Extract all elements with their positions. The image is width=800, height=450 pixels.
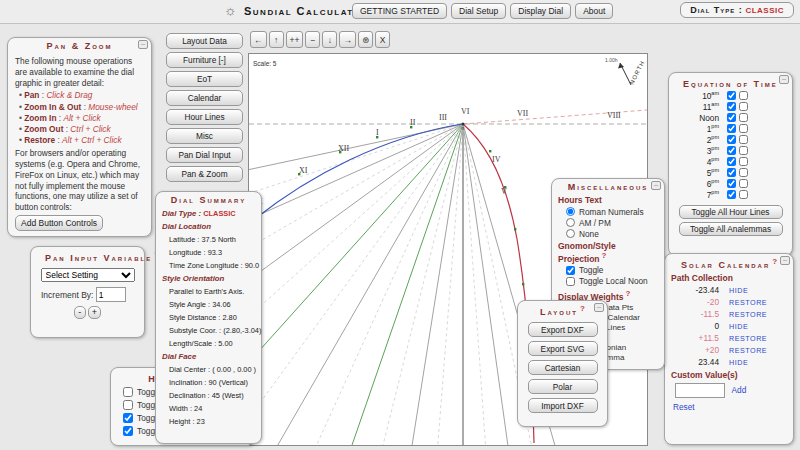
eot-row: 6pm: [669, 178, 792, 189]
app: ☼ Sundial Calculator : GETTING STARTED D…: [0, 0, 800, 450]
collapse-button[interactable]: --: [779, 75, 789, 84]
gnomon-toggle-row[interactable]: Toggle: [552, 265, 664, 276]
zoom-in-button[interactable]: ++: [286, 31, 304, 48]
hour-suffix: pm: [711, 178, 719, 184]
collapse-button[interactable]: --: [138, 40, 148, 49]
standard-checkbox[interactable]: [123, 413, 133, 423]
dial-center-point: [462, 123, 465, 126]
restore-view-button[interactable]: ⊛: [358, 31, 373, 48]
pan-right-button[interactable]: →: [339, 31, 356, 48]
data-point-markers: [298, 126, 524, 285]
dial-type-label: Dial Type :: [162, 209, 201, 218]
summary-line: Latitude : 37.5 North: [160, 233, 257, 246]
path-action-link[interactable]: HIDE: [729, 322, 748, 331]
hour-line-checkbox[interactable]: [727, 113, 736, 122]
analemma-checkbox[interactable]: [739, 124, 748, 133]
hour-line-checkbox[interactable]: [727, 91, 736, 100]
path-action-link[interactable]: HIDE: [729, 286, 748, 295]
hour-line-checkbox[interactable]: [727, 135, 736, 144]
hour-line-checkbox[interactable]: [727, 102, 736, 111]
path-action-link[interactable]: RESTORE: [729, 310, 767, 319]
polar-button[interactable]: Polar: [528, 379, 598, 394]
pan-setting-select[interactable]: Select Setting: [41, 268, 135, 282]
local-noon-row[interactable]: Toggle Local Noon: [552, 276, 664, 287]
path-action-link[interactable]: HIDE: [729, 358, 748, 367]
hour-lines-button[interactable]: Hour Lines: [166, 109, 243, 125]
export-svg-button[interactable]: Export SVG: [528, 341, 598, 356]
help-icon[interactable]: ?: [602, 251, 607, 260]
eot-button[interactable]: EoT: [166, 71, 243, 87]
analemma-checkbox[interactable]: [739, 168, 748, 177]
close-controls-button[interactable]: X: [375, 31, 390, 48]
getting-started-button[interactable]: GETTING STARTED: [352, 3, 447, 19]
export-dxf-button[interactable]: Export DXF: [528, 322, 598, 337]
italian-checkbox[interactable]: [123, 400, 133, 410]
local-noon-checkbox[interactable]: [566, 277, 575, 286]
path-action-link[interactable]: RESTORE: [729, 346, 767, 355]
display-dial-button[interactable]: Display Dial: [510, 3, 571, 19]
hour-line-checkbox[interactable]: [727, 146, 736, 155]
analemma-checkbox[interactable]: [739, 113, 748, 122]
about-button[interactable]: About: [575, 3, 613, 19]
pan-up-button[interactable]: ↑: [269, 31, 284, 48]
hour-line-checkbox[interactable]: [727, 168, 736, 177]
am-pm-radio-row[interactable]: AM / PM: [552, 217, 664, 228]
add-button-controls-button[interactable]: Add Button Controls: [15, 215, 103, 231]
babylonian-checkbox[interactable]: [123, 387, 133, 397]
pan-and-zoom-button[interactable]: Pan & Zoom: [166, 166, 243, 182]
custom-value-input[interactable]: [675, 383, 725, 398]
summary-line: Parallel to Earth's Axis.: [160, 285, 257, 298]
increment-input[interactable]: [96, 287, 126, 302]
layout-data-button[interactable]: Layout Data: [166, 33, 243, 49]
help-icon[interactable]: ?: [626, 289, 631, 298]
list-item: Restore : Alt + Ctrl + Click: [19, 135, 144, 146]
none-radio-row[interactable]: None: [552, 228, 664, 239]
half-hour-checkbox[interactable]: [123, 426, 133, 436]
list-item: Zoom Out : Ctrl + Click: [19, 124, 144, 135]
collapse-button[interactable]: --: [594, 303, 604, 312]
panel-title: Miscellaneous: [568, 182, 649, 192]
help-icon[interactable]: ?: [772, 257, 777, 266]
hour-line-checkbox[interactable]: [727, 157, 736, 166]
pan-dial-input-button[interactable]: Pan Dial Input: [166, 147, 243, 163]
summary-line: Substyle Coor. : (2.80,-3.04): [160, 324, 257, 337]
analemma-checkbox[interactable]: [739, 102, 748, 111]
path-action-link[interactable]: RESTORE: [729, 334, 767, 343]
analemma-checkbox[interactable]: [739, 157, 748, 166]
help-icon[interactable]: ?: [580, 304, 585, 313]
roman-numerals-radio-row[interactable]: Roman Numerals: [552, 206, 664, 217]
roman-numerals-radio[interactable]: [566, 207, 575, 216]
summary-line: Declination : 45 (West): [160, 389, 257, 402]
pan-left-button[interactable]: ←: [250, 31, 267, 48]
pan-zoom-panel: Pan & Zoom -- The following mouse operat…: [7, 37, 152, 237]
none-radio[interactable]: [566, 229, 575, 238]
pan-down-button[interactable]: ↓: [322, 31, 337, 48]
decrement-button[interactable]: -: [74, 306, 86, 319]
cartesian-button[interactable]: Cartesian: [528, 360, 598, 375]
analemma-checkbox[interactable]: [739, 190, 748, 199]
analemma-checkbox[interactable]: [739, 179, 748, 188]
analemma-checkbox[interactable]: [739, 135, 748, 144]
hour-line-checkbox[interactable]: [727, 124, 736, 133]
toggle-all-hour-lines-button[interactable]: Toggle All Hour Lines: [679, 205, 783, 219]
hour-text: Noon: [699, 113, 719, 123]
calendar-button[interactable]: Calendar: [166, 90, 243, 106]
analemma-checkbox[interactable]: [739, 91, 748, 100]
increment-button[interactable]: +: [88, 306, 101, 319]
hour-line-checkbox[interactable]: [727, 190, 736, 199]
toggle-all-analemmas-button[interactable]: Toggle All Analemmas: [679, 222, 783, 236]
path-action-link[interactable]: RESTORE: [729, 298, 767, 307]
add-custom-value-link[interactable]: Add: [732, 385, 747, 395]
am-pm-radio[interactable]: [566, 218, 575, 227]
collapse-button[interactable]: --: [651, 181, 661, 190]
analemma-checkbox[interactable]: [739, 146, 748, 155]
zoom-out-button[interactable]: −: [305, 31, 320, 48]
hour-line-checkbox[interactable]: [727, 179, 736, 188]
gnomon-toggle-checkbox[interactable]: [566, 266, 575, 275]
misc-button[interactable]: Misc: [166, 128, 243, 144]
furniture-button[interactable]: Furniture [-]: [166, 52, 243, 68]
dial-setup-button[interactable]: Dial Setup: [451, 3, 506, 19]
import-dxf-button[interactable]: Import DXF: [528, 398, 598, 413]
collapse-button[interactable]: --: [780, 256, 790, 265]
reset-paths-link[interactable]: Reset: [673, 402, 695, 412]
